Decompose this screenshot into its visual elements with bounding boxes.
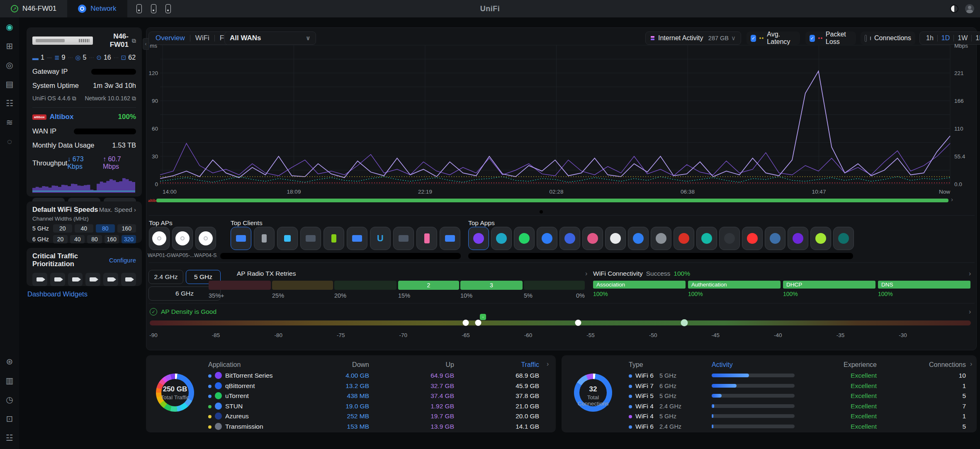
top-ap-tile[interactable]: [149, 227, 170, 250]
dashboard-widgets-link[interactable]: Dashboard Widgets: [27, 290, 88, 298]
isp-name[interactable]: Altibox: [50, 113, 118, 121]
top-app-tile[interactable]: [628, 227, 649, 250]
width-chip-80[interactable]: 80: [96, 224, 115, 233]
table-row[interactable]: WiFi 42.4 GHzExcellent7: [562, 403, 977, 412]
ctp-app-icon[interactable]: [103, 273, 118, 286]
width-chip-320[interactable]: 320: [122, 235, 136, 243]
width-chip-80[interactable]: 80: [87, 235, 102, 243]
top-app-tile[interactable]: [742, 227, 763, 250]
release-notes-icon[interactable]: ⧉: [72, 95, 76, 102]
wan-uptime-bar[interactable]: [156, 199, 948, 202]
top-app-tile[interactable]: [468, 227, 489, 250]
chevron-right-icon[interactable]: ›: [969, 308, 971, 316]
top-app-tile[interactable]: [582, 227, 603, 250]
top-app-tile[interactable]: [514, 227, 535, 250]
top-app-tile[interactable]: [696, 227, 717, 250]
ap-density-dot[interactable]: [575, 320, 581, 326]
top-client-tile[interactable]: [323, 227, 344, 250]
width-chip-20[interactable]: 20: [53, 235, 68, 243]
ctp-app-icon[interactable]: [68, 273, 83, 286]
ctp-app-icon[interactable]: [50, 273, 65, 286]
protect-app-icon[interactable]: [136, 4, 142, 13]
top-app-tile[interactable]: [810, 227, 831, 250]
history-icon[interactable]: ◷: [0, 390, 19, 409]
table-row[interactable]: WiFi 45 GHzExcellent1: [562, 413, 977, 422]
user-avatar[interactable]: [965, 4, 974, 13]
top-app-tile[interactable]: [833, 227, 854, 250]
check-circle-icon: ✓: [150, 308, 157, 316]
collapse-panel-button[interactable]: ‹: [143, 38, 149, 50]
table-row[interactable]: STUN19.0 GB1.92 GB21.0 GB: [146, 403, 556, 412]
chevron-right-icon[interactable]: ›: [547, 360, 549, 368]
table-row[interactable]: Azureus252 MB19.7 GB20.0 GB: [146, 413, 556, 422]
table-row[interactable]: WiFi 65 GHzExcellent10: [562, 372, 977, 381]
top-client-tile[interactable]: [393, 227, 414, 250]
table-row[interactable]: WiFi 62.4 GHzExcellent5: [562, 423, 977, 432]
width-chip-40[interactable]: 40: [75, 224, 94, 233]
band-button-24ghz[interactable]: 2.4 GHz: [148, 270, 183, 284]
top-app-tile[interactable]: [491, 227, 512, 250]
ctp-app-icon[interactable]: [32, 273, 47, 286]
top-client-tile[interactable]: U: [370, 227, 391, 250]
table-row[interactable]: Transmission153 MB13.9 GB14.1 GB: [146, 423, 556, 432]
ap-density-dot[interactable]: [475, 320, 481, 326]
table-row[interactable]: BitTorrent Series4.00 GB64.9 GB68.9 GB: [146, 372, 556, 381]
table-row[interactable]: WiFi 76 GHzExcellent1: [562, 382, 977, 391]
ap-density-dot[interactable]: [681, 319, 688, 326]
admins-icon[interactable]: ☳: [0, 428, 19, 447]
top-app-tile[interactable]: [537, 227, 557, 250]
updates-icon[interactable]: ⊡: [0, 409, 19, 428]
column-header-activity[interactable]: Activity: [712, 361, 733, 369]
column-header-traffic[interactable]: Traffic: [521, 361, 539, 369]
top-app-tile[interactable]: [765, 227, 785, 250]
top-client-tile[interactable]: [416, 227, 437, 250]
chevron-right-icon[interactable]: ›: [585, 270, 587, 277]
chevron-right-icon[interactable]: ›: [951, 196, 953, 203]
top-app-tile[interactable]: [788, 227, 808, 250]
chevron-right-icon[interactable]: ›: [969, 270, 971, 277]
width-chip-160[interactable]: 160: [117, 224, 136, 233]
top-client-tile[interactable]: [254, 227, 275, 250]
width-chip-160[interactable]: 160: [105, 235, 119, 243]
width-chip-20[interactable]: 20: [53, 224, 72, 233]
settings-icon[interactable]: ⊛: [0, 352, 19, 371]
scroll-indicator[interactable]: [540, 210, 543, 214]
ctp-app-icon[interactable]: [85, 273, 100, 286]
top-client-tile[interactable]: [347, 227, 367, 250]
coverage-icon[interactable]: ◎: [0, 56, 19, 75]
radios-icon[interactable]: ◌: [0, 132, 19, 151]
site-tab[interactable]: ↗ N46-FW01: [0, 0, 67, 17]
top-ap-tile[interactable]: [172, 227, 193, 250]
top-ap-tile[interactable]: [195, 227, 216, 250]
top-client-tile[interactable]: [300, 227, 321, 250]
top-app-tile[interactable]: [559, 227, 580, 250]
access-app-icon[interactable]: [165, 4, 171, 13]
configure-link[interactable]: Configure: [109, 257, 136, 264]
talk-app-icon[interactable]: [151, 4, 156, 13]
table-row[interactable]: qBittorrent13.2 GB32.7 GB45.9 GB: [146, 382, 556, 391]
width-chip-40[interactable]: 40: [70, 235, 85, 243]
top-app-tile[interactable]: [674, 227, 694, 250]
top-app-tile[interactable]: [605, 227, 626, 250]
ap-density-dot[interactable]: [462, 320, 469, 326]
table-row[interactable]: uTorrent438 MB37.4 GB37.8 GB: [146, 392, 556, 401]
top-client-tile[interactable]: [440, 227, 460, 250]
tab-network[interactable]: Network: [67, 0, 127, 17]
max-speed-link[interactable]: Max. Speed ›: [99, 206, 136, 213]
logs-icon[interactable]: ▥: [0, 371, 19, 390]
topology-icon[interactable]: ⊞: [0, 36, 19, 56]
top-client-tile[interactable]: [231, 227, 251, 250]
table-row[interactable]: WiFi 55 GHzExcellent5: [562, 392, 977, 401]
unifi-logo-icon[interactable]: ◉: [0, 17, 19, 36]
devices-icon[interactable]: ▤: [0, 75, 19, 94]
release-notes-icon[interactable]: ⧉: [132, 95, 136, 102]
top-client-tile[interactable]: [277, 227, 298, 250]
theme-toggle[interactable]: [950, 5, 958, 13]
ctp-app-icon[interactable]: [121, 273, 136, 286]
insights-icon[interactable]: ≋: [0, 113, 19, 132]
clients-icon[interactable]: ☷: [0, 94, 19, 113]
rack-icon[interactable]: ⧉: [132, 37, 136, 44]
top-app-tile[interactable]: [719, 227, 740, 250]
chevron-right-icon[interactable]: ›: [970, 360, 972, 368]
top-app-tile[interactable]: [651, 227, 671, 250]
